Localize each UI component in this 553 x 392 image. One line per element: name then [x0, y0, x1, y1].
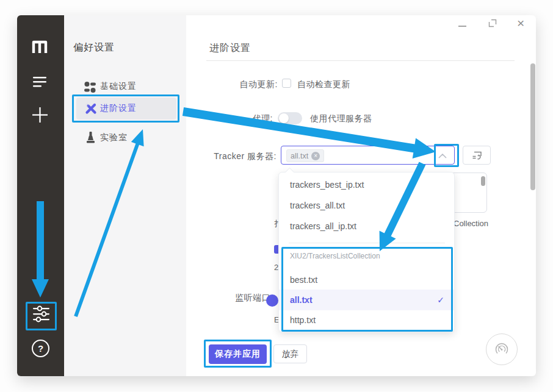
title-divider — [206, 60, 515, 61]
preferences-title: 偏好设置 — [73, 41, 115, 54]
close-button[interactable]: × — [517, 16, 524, 30]
add-task-icon[interactable] — [32, 107, 48, 123]
auto-update-label: 自动更新: — [215, 79, 278, 90]
speed-limit-button[interactable] — [486, 333, 518, 365]
obscured-toggle-fragment — [266, 294, 278, 307]
discard-button[interactable]: 放弃 — [273, 344, 307, 363]
proxy-label: 代理: — [215, 113, 273, 124]
tracker-dropdown: trackers_best_ip.txt trackers_all.txt tr… — [278, 172, 455, 332]
dropdown-item[interactable]: trackers_best_ip.txt — [279, 174, 454, 195]
toggles-icon — [84, 82, 96, 93]
preferences-nav — [64, 15, 186, 376]
dropdown-item[interactable]: http.txt — [279, 310, 454, 330]
tracker-tag-text: all.txt — [291, 152, 308, 160]
screenshot-root: ? 偏好设置 基础设置 进阶设置 实验室 × — [0, 0, 553, 392]
nav-item-label: 实验室 — [100, 132, 128, 143]
listen-port-label: 监听端口 — [235, 293, 270, 304]
proxy-text: 使用代理服务器 — [310, 113, 372, 124]
textarea-scrollbar-thumb[interactable] — [481, 176, 485, 186]
help-text-fragment: Collection — [454, 219, 488, 228]
maximize-button[interactable] — [488, 19, 497, 27]
tools-icon — [85, 102, 97, 115]
dropdown-group-label: XIU2/TrackersListCollection — [290, 252, 380, 260]
auto-check-update-checkbox[interactable] — [282, 79, 291, 88]
help-icon[interactable]: ? — [32, 340, 49, 357]
motrix-logo — [31, 39, 49, 55]
main-scrollbar-thumb[interactable] — [530, 63, 535, 190]
dropdown-item[interactable]: best.txt — [279, 269, 454, 290]
minimize-button[interactable] — [458, 26, 466, 27]
proxy-toggle[interactable] — [278, 112, 302, 124]
nav-item-advanced-settings[interactable]: 进阶设置 — [76, 98, 176, 119]
toggle-knob — [279, 113, 289, 123]
page-title: 进阶设置 — [209, 42, 251, 55]
speedometer-icon — [493, 340, 511, 358]
lab-icon — [86, 132, 95, 144]
chevron-up-icon[interactable] — [438, 154, 447, 159]
auto-check-update-text: 自动检查更新 — [297, 79, 350, 90]
tag-close-icon[interactable]: × — [311, 152, 320, 160]
check-icon: ✓ — [437, 290, 444, 310]
preferences-icon[interactable] — [32, 305, 51, 323]
nav-item-label: 基础设置 — [100, 81, 137, 92]
tracker-tag: all.txt × — [286, 149, 324, 162]
sync-icon — [472, 151, 482, 160]
task-list-icon[interactable] — [33, 77, 46, 87]
dropdown-item[interactable]: trackers_all_ip.txt — [279, 216, 454, 237]
dropdown-item-selected[interactable]: all.txt ✓ — [279, 290, 454, 310]
save-and-apply-button[interactable]: 保存并应用 — [209, 344, 267, 364]
sync-tracker-button[interactable] — [463, 146, 491, 165]
dropdown-divider — [289, 243, 445, 243]
tracker-server-label: Tracker 服务器: — [194, 151, 276, 162]
nav-item-basic-settings[interactable]: 基础设置 — [76, 76, 176, 98]
tracker-select-input[interactable]: all.txt × — [281, 146, 455, 165]
dropdown-item-label: all.txt — [290, 295, 313, 305]
nav-item-lab[interactable]: 实验室 — [76, 127, 176, 149]
nav-item-label: 进阶设置 — [100, 103, 137, 114]
dropdown-item[interactable]: trackers_all.txt — [279, 195, 454, 216]
